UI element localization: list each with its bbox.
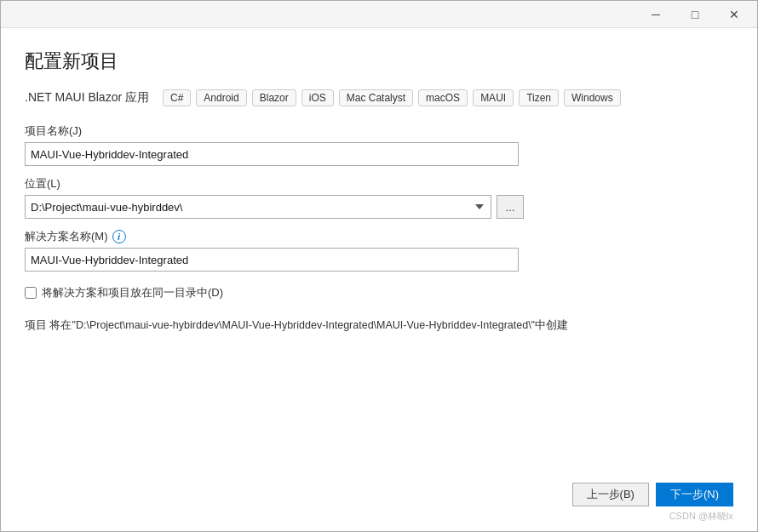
info-icon[interactable]: i (112, 230, 126, 243)
same-dir-label[interactable]: 将解决方案和项目放在同一目录中(D) (42, 285, 223, 300)
tag-android[interactable]: Android (196, 89, 246, 106)
title-bar: ─ □ ✕ (1, 1, 757, 28)
project-name-group: 项目名称(J) (25, 123, 733, 166)
form-section: 项目名称(J) 位置(L) D:\Project\maui-vue-hybird… (25, 123, 733, 469)
project-name-input[interactable] (25, 142, 519, 166)
page-title: 配置新项目 (25, 49, 733, 74)
same-dir-row: 将解决方案和项目放在同一目录中(D) (25, 285, 733, 300)
main-content: 配置新项目 .NET MAUI Blazor 应用 C# Android Bla… (1, 28, 757, 483)
location-label: 位置(L) (25, 176, 733, 192)
subtitle-row: .NET MAUI Blazor 应用 C# Android Blazor iO… (25, 89, 733, 106)
spacer (25, 344, 733, 469)
tag-tizen[interactable]: Tizen (519, 89, 559, 106)
tag-blazor[interactable]: Blazor (252, 89, 296, 106)
browse-button[interactable]: ... (497, 195, 524, 219)
location-row: D:\Project\maui-vue-hybirddev\ ... (25, 195, 733, 219)
tag-windows[interactable]: Windows (564, 89, 621, 106)
tag-csharp[interactable]: C# (163, 89, 191, 106)
solution-name-input[interactable] (25, 248, 519, 272)
back-button[interactable]: 上一步(B) (572, 483, 649, 506)
close-button[interactable]: ✕ (715, 1, 754, 28)
location-select[interactable]: D:\Project\maui-vue-hybirddev\ (25, 195, 491, 219)
tag-maui[interactable]: MAUI (473, 89, 514, 106)
project-name-label: 项目名称(J) (25, 123, 733, 139)
solution-name-group: 解决方案名称(M) i (25, 229, 733, 272)
app-type-label: .NET MAUI Blazor 应用 (25, 90, 149, 106)
tag-mac-catalyst[interactable]: Mac Catalyst (339, 89, 413, 106)
next-button[interactable]: 下一步(N) (656, 483, 733, 506)
footer-area: 上一步(B) 下一步(N) CSDN @林晓lx (1, 483, 757, 531)
footer-buttons: 上一步(B) 下一步(N) (572, 483, 733, 506)
tag-ios[interactable]: iOS (301, 89, 334, 106)
project-path-text: 项目 将在"D:\Project\maui-vue-hybirddev\MAUI… (25, 317, 733, 334)
watermark: CSDN @林晓lx (669, 510, 733, 523)
location-group: 位置(L) D:\Project\maui-vue-hybirddev\ ... (25, 176, 733, 219)
maximize-button[interactable]: □ (675, 1, 715, 28)
same-dir-checkbox[interactable] (25, 287, 37, 299)
tag-macos[interactable]: macOS (418, 89, 468, 106)
solution-name-label-row: 解决方案名称(M) i (25, 229, 733, 244)
minimize-button[interactable]: ─ (636, 1, 675, 28)
solution-name-label: 解决方案名称(M) (25, 229, 108, 244)
main-window: ─ □ ✕ 配置新项目 .NET MAUI Blazor 应用 C# Andro… (0, 0, 758, 532)
